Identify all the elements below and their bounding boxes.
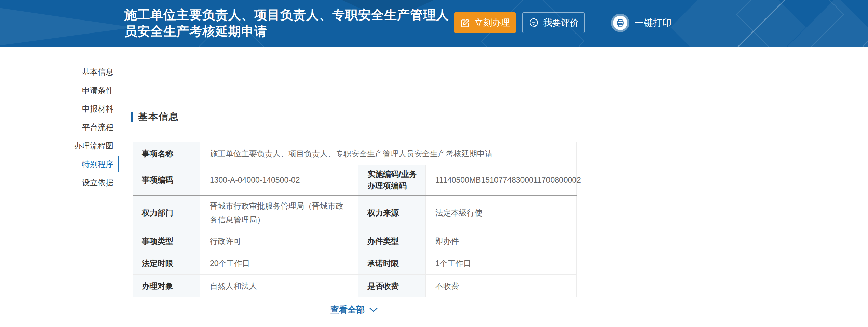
- row-value: 不收费: [426, 275, 577, 297]
- row-value: 11140500MB15107748300011700800002: [426, 165, 577, 196]
- sidebar-item-application-conditions[interactable]: 申请条件: [0, 81, 113, 100]
- sidebar-item-establishment-basis[interactable]: 设立依据: [0, 173, 113, 192]
- row-value: 施工单位主要负责人、项目负责人、专职安全生产管理人员安全生产考核延期申请: [200, 142, 577, 165]
- row-label: 事项编码: [133, 165, 200, 196]
- row-label: 办件类型: [358, 230, 426, 252]
- sidebar-item-process-flowchart[interactable]: 办理流程图: [0, 136, 113, 155]
- decor-shape: [736, 0, 844, 47]
- chat-icon: [528, 17, 539, 28]
- row-label: 权力来源: [358, 195, 426, 230]
- page-header: 施工单位主要负责人、项目负责人、专职安全生产管理人员安全生产考核延期申请 立刻办…: [0, 0, 868, 47]
- row-value: 1个工作日: [426, 252, 577, 275]
- row-value: 即办件: [426, 230, 577, 252]
- apply-now-button[interactable]: 立刻办理: [454, 12, 516, 33]
- sidebar-nav: 基本信息 申请条件 申报材料 平台流程 办理流程图 特别程序 设立依据: [0, 63, 113, 192]
- view-all-label: 查看全部: [330, 304, 365, 315]
- row-value: 1300-A-04000-140500-02: [200, 165, 358, 196]
- table-row: 法定时限 20个工作日 承诺时限 1个工作日: [133, 252, 577, 275]
- row-value: 行政许可: [200, 230, 358, 252]
- decor-shape: [0, 8, 133, 46]
- sidebar-item-application-materials[interactable]: 申报材料: [0, 100, 113, 118]
- row-value: 法定本级行使: [426, 195, 577, 230]
- view-all-button[interactable]: 查看全部: [133, 304, 576, 315]
- section-accent-bar: [131, 112, 133, 122]
- row-label: 权力部门: [133, 195, 200, 230]
- evaluate-label: 我要评价: [543, 17, 579, 29]
- printer-icon: [611, 14, 629, 32]
- row-label: 承诺时限: [358, 252, 426, 275]
- row-label: 法定时限: [133, 252, 200, 275]
- section-divider: [131, 129, 584, 129]
- sidebar-item-platform-process[interactable]: 平台流程: [0, 118, 113, 136]
- table-row: 权力部门 晋城市行政审批服务管理局（晋城市政务信息管理局） 权力来源 法定本级行…: [133, 195, 577, 230]
- row-label: 是否收费: [358, 275, 426, 297]
- one-click-print-label: 一键打印: [635, 17, 672, 29]
- row-label: 事项名称: [133, 142, 200, 165]
- sidebar-active-marker: [118, 156, 119, 172]
- decor-shape: [779, 0, 868, 47]
- decor-shape: [808, 28, 868, 47]
- section-header: 基本信息: [131, 110, 179, 123]
- decor-shape: [693, 0, 795, 47]
- row-label: 事项类型: [133, 230, 200, 252]
- decor-shape: [670, 0, 806, 47]
- apply-now-label: 立刻办理: [474, 17, 510, 29]
- one-click-print-button[interactable]: 一键打印: [611, 12, 672, 33]
- basic-info-table: 事项名称 施工单位主要负责人、项目负责人、专职安全生产管理人员安全生产考核延期申…: [133, 142, 577, 297]
- table-row: 办理对象 自然人和法人 是否收费 不收费: [133, 275, 577, 297]
- row-value: 自然人和法人: [200, 275, 358, 297]
- edit-icon: [460, 18, 470, 28]
- page-title: 施工单位主要负责人、项目负责人、专职安全生产管理人员安全生产考核延期申请: [124, 7, 449, 40]
- evaluate-button[interactable]: 我要评价: [522, 12, 585, 33]
- table-row: 事项名称 施工单位主要负责人、项目负责人、专职安全生产管理人员安全生产考核延期申…: [133, 142, 577, 165]
- sidebar-item-special-procedure[interactable]: 特别程序: [0, 155, 113, 173]
- table-row: 事项类型 行政许可 办件类型 即办件: [133, 230, 577, 252]
- row-label: 办理对象: [133, 275, 200, 297]
- page: 施工单位主要负责人、项目负责人、专职安全生产管理人员安全生产考核延期申请 立刻办…: [0, 0, 868, 327]
- row-label: 实施编码/业务办理项编码: [358, 165, 426, 196]
- row-value: 晋城市行政审批服务管理局（晋城市政务信息管理局）: [200, 195, 358, 230]
- section-title: 基本信息: [138, 110, 179, 123]
- sidebar-item-basic-info[interactable]: 基本信息: [0, 63, 113, 81]
- row-value: 20个工作日: [200, 252, 358, 275]
- chevron-down-icon: [369, 307, 378, 313]
- table-row: 事项编码 1300-A-04000-140500-02 实施编码/业务办理项编码…: [133, 165, 577, 196]
